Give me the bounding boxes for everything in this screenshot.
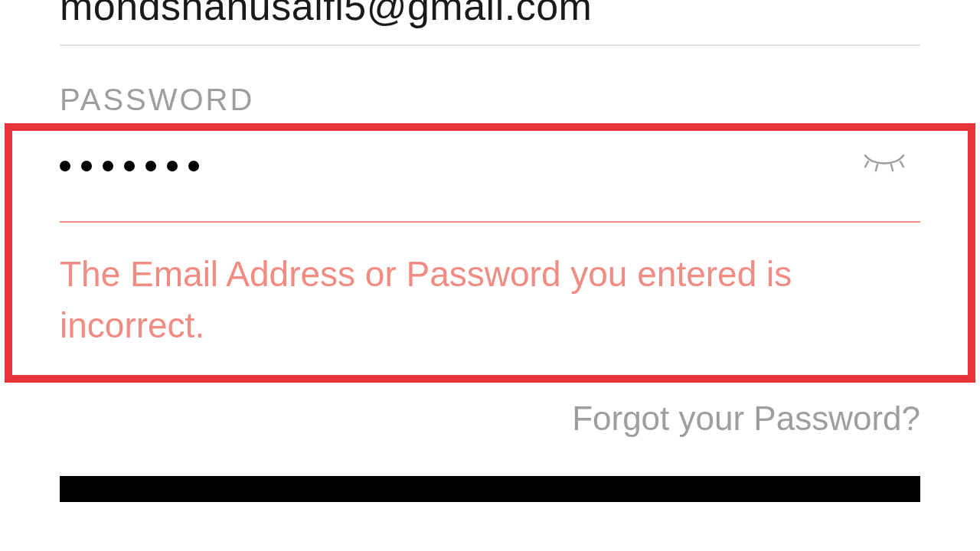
password-dot — [145, 161, 156, 171]
error-message: The Email Address or Password you entere… — [60, 249, 920, 350]
email-underline — [60, 44, 920, 46]
email-field-value: mondshanusaifi5@gmail.com — [0, 0, 980, 26]
error-highlight-box: The Email Address or Password you entere… — [5, 123, 975, 383]
password-dot — [81, 161, 92, 171]
password-dot — [188, 161, 199, 171]
svg-line-2 — [891, 165, 893, 171]
password-dot — [167, 161, 178, 171]
password-dot — [124, 161, 135, 171]
submit-button[interactable] — [60, 476, 920, 502]
password-underline — [60, 221, 920, 223]
svg-line-1 — [876, 165, 877, 171]
password-input[interactable] — [60, 161, 199, 171]
eye-closed-icon[interactable] — [862, 152, 906, 180]
password-label: PASSWORD — [60, 83, 920, 117]
svg-line-0 — [865, 161, 868, 167]
password-dot — [60, 161, 70, 171]
password-dot — [103, 161, 113, 171]
svg-line-3 — [900, 161, 903, 167]
forgot-password-link[interactable]: Forgot your Password? — [0, 399, 920, 438]
